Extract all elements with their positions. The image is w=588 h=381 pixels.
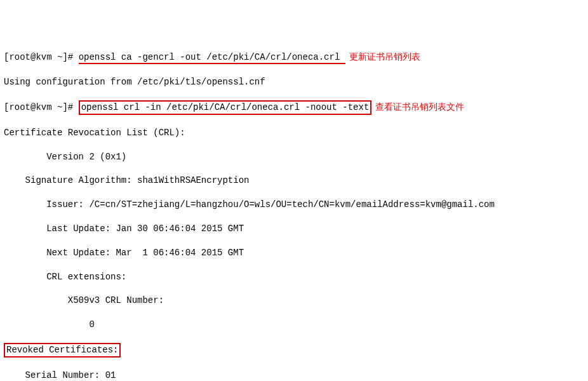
crl-extensions-label: CRL extensions:	[4, 271, 584, 283]
crl-last-update: Last Update: Jan 30 06:46:04 2015 GMT	[4, 223, 584, 235]
crl-header: Certificate Revocation List (CRL):	[4, 127, 584, 139]
crl-sigalg-1: Signature Algorithm: sha1WithRSAEncrypti…	[4, 175, 584, 187]
config-line: Using configuration from /etc/pki/tls/op…	[4, 76, 584, 88]
cmd-line-2: [root@kvm ~]# openssl crl -in /etc/pki/C…	[4, 100, 584, 115]
revoked-header-line: Revoked Certificates:	[4, 343, 584, 358]
revoked-header: Revoked Certificates:	[4, 343, 121, 358]
serial-number: Serial Number: 01	[4, 370, 116, 381]
crl-version: Version 2 (0x1)	[4, 151, 584, 163]
crl-issuer: Issuer: /C=cn/ST=zhejiang/L=hangzhou/O=w…	[4, 199, 584, 211]
shell-prompt: [root@kvm ~]#	[4, 102, 79, 112]
crl-number-label: X509v3 CRL Number:	[4, 295, 584, 307]
command-view-crl: openssl crl -in /etc/pki/CA/crl/oneca.cr…	[79, 100, 372, 115]
shell-prompt: [root@kvm ~]#	[4, 52, 79, 62]
crl-next-update: Next Update: Mar 1 06:46:04 2015 GMT	[4, 247, 584, 259]
command-gencrl: openssl ca -gencrl -out /etc/pki/CA/crl/…	[79, 51, 345, 65]
serial-line: Serial Number: 01	[4, 370, 584, 381]
annotation-view-crl: 查看证书吊销列表文件	[375, 102, 464, 112]
cmd-line-1: [root@kvm ~]# openssl ca -gencrl -out /e…	[4, 51, 584, 65]
annotation-update-crl: 更新证书吊销列表	[349, 51, 420, 62]
crl-number-value: 0	[4, 319, 584, 331]
